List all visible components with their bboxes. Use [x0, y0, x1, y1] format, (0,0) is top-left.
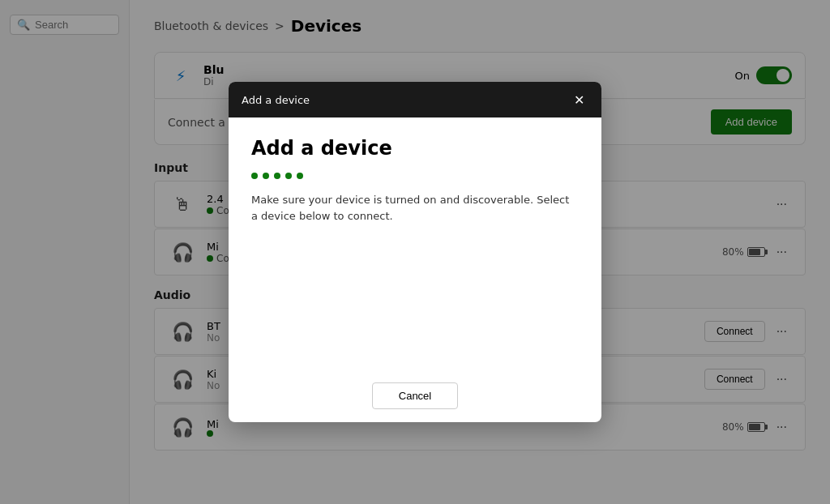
scan-dot-1: [251, 173, 258, 179]
dialog-close-button[interactable]: ✕: [569, 90, 588, 109]
scan-dot-5: [297, 173, 303, 179]
dialog-titlebar: Add a device ✕: [229, 82, 601, 117]
add-device-dialog: Add a device ✕ Add a device Make sure yo…: [229, 82, 601, 422]
dialog-body: Add a device Make sure your device is tu…: [229, 117, 601, 369]
scan-dot-4: [285, 173, 292, 179]
cancel-button[interactable]: Cancel: [372, 382, 458, 409]
dialog-title: Add a device: [251, 137, 579, 160]
dialog-footer: Cancel: [229, 369, 601, 422]
dialog-description: Make sure your device is turned on and d…: [251, 192, 579, 224]
dialog-overlay: Add a device ✕ Add a device Make sure yo…: [0, 0, 830, 504]
scan-dot-3: [274, 173, 280, 179]
scanning-indicator: [251, 173, 579, 179]
scan-dot-2: [263, 173, 269, 179]
dialog-titlebar-text: Add a device: [242, 94, 310, 106]
